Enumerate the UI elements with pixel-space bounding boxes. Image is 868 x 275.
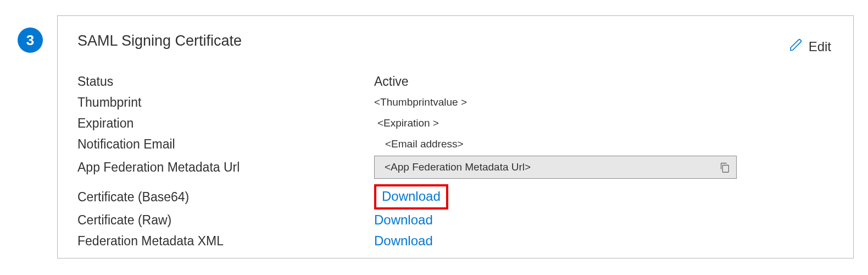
row-cert-base64: Certificate (Base64) Download xyxy=(77,184,831,210)
download-highlight-box: Download xyxy=(374,184,448,210)
row-app-federation-url: App Federation Metadata Url <App Federat… xyxy=(77,155,831,180)
row-expiration: Expiration <Expiration > xyxy=(77,113,831,134)
download-link-cert-base64[interactable]: Download xyxy=(382,189,441,204)
row-fed-meta-xml: Federation Metadata XML Download xyxy=(77,230,831,251)
saml-signing-certificate-panel: SAML Signing Certificate Edit Status Act… xyxy=(57,15,854,258)
row-thumbprint: Thumbprint <Thumbprintvalue > xyxy=(77,92,831,113)
panel-title: SAML Signing Certificate xyxy=(77,32,242,50)
row-cert-raw: Certificate (Raw) Download xyxy=(77,210,831,230)
value-expiration: <Expiration > xyxy=(374,117,439,129)
fields-list: Status Active Thumbprint <Thumbprintvalu… xyxy=(77,71,831,251)
panel-header: SAML Signing Certificate Edit xyxy=(77,32,831,56)
step-number: 3 xyxy=(26,32,34,49)
download-link-cert-raw[interactable]: Download xyxy=(374,211,433,229)
edit-button[interactable]: Edit xyxy=(789,38,831,56)
pencil-icon xyxy=(789,38,803,56)
app-federation-url-value: <App Federation Metadata Url> xyxy=(385,161,719,173)
edit-label: Edit xyxy=(809,39,831,54)
label-notification-email: Notification Email xyxy=(77,135,374,154)
step-number-badge: 3 xyxy=(18,28,43,53)
label-cert-raw: Certificate (Raw) xyxy=(77,211,374,230)
value-notification-email: <Email address> xyxy=(374,138,464,150)
app-federation-url-field[interactable]: <App Federation Metadata Url> xyxy=(374,156,737,179)
value-thumbprint: <Thumbprintvalue > xyxy=(374,96,467,108)
label-expiration: Expiration xyxy=(77,114,374,133)
label-status: Status xyxy=(77,72,374,91)
label-fed-meta-xml: Federation Metadata XML xyxy=(77,232,374,251)
download-link-fed-meta-xml[interactable]: Download xyxy=(374,232,433,250)
svg-rect-0 xyxy=(722,165,728,172)
label-thumbprint: Thumbprint xyxy=(77,93,374,112)
copy-icon[interactable] xyxy=(719,161,731,173)
row-status: Status Active xyxy=(77,71,831,92)
row-notification-email: Notification Email <Email address> xyxy=(77,134,831,155)
value-status: Active xyxy=(374,74,409,89)
label-app-federation-url: App Federation Metadata Url xyxy=(77,158,374,177)
label-cert-base64: Certificate (Base64) xyxy=(77,188,374,207)
